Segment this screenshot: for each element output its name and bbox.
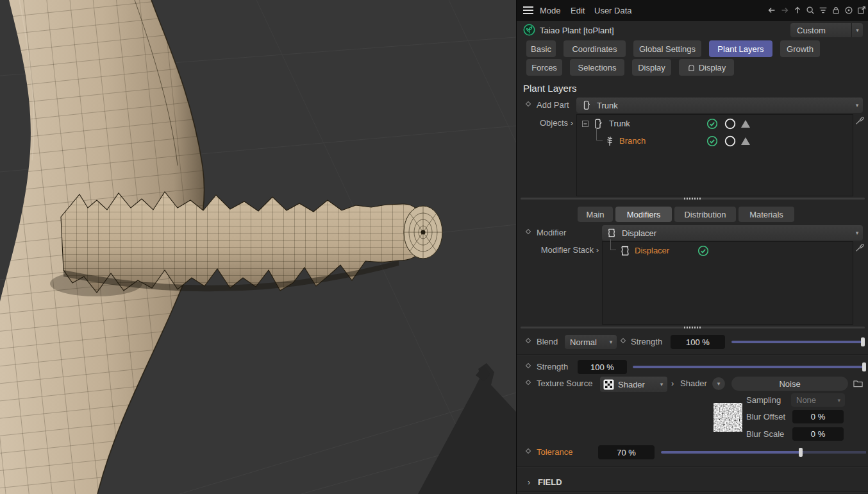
- branch-icon: [604, 135, 615, 147]
- tolerance-input[interactable]: 70 %: [598, 445, 655, 459]
- folder-icon[interactable]: [853, 379, 864, 389]
- keyframe-diamond-icon[interactable]: [526, 338, 531, 343]
- tab-global-settings[interactable]: Global Settings: [633, 40, 701, 57]
- modifier-dropdown[interactable]: Displacer ▾: [602, 225, 863, 241]
- trunk-icon: [581, 100, 592, 110]
- preset-dropdown[interactable]: Custom ▾: [790, 23, 863, 37]
- texture-source-label: Texture Source: [537, 379, 592, 388]
- viewport-scene: [0, 0, 516, 494]
- blur-scale-input[interactable]: 0 %: [792, 427, 844, 441]
- filter-icon[interactable]: [818, 5, 828, 15]
- subtab-main[interactable]: Main: [578, 207, 613, 222]
- external-link-icon[interactable]: [856, 5, 867, 15]
- tab-coordinates[interactable]: Coordinates: [563, 40, 626, 57]
- tab-plant-layers[interactable]: Plant Layers: [709, 40, 772, 57]
- taiao-plant-icon: [523, 24, 535, 36]
- modifier-stack-list[interactable]: Displacer: [602, 241, 853, 325]
- modifier-stack-label: Modifier Stack ›: [517, 245, 599, 255]
- hamburger-menu-icon[interactable]: [523, 6, 535, 15]
- texture-mode-value: Shader: [618, 380, 645, 389]
- eyedropper-icon[interactable]: [855, 243, 865, 253]
- keyframe-diamond-icon[interactable]: [526, 101, 531, 106]
- preset-value: Custom: [797, 26, 826, 35]
- slider-handle[interactable]: [861, 337, 865, 346]
- tab-selections[interactable]: Selections: [570, 59, 624, 76]
- chevron-down-icon: ▾: [660, 381, 664, 388]
- slider-handle[interactable]: [862, 362, 866, 371]
- keyframe-diamond-icon[interactable]: [526, 363, 531, 368]
- visibility-circle-icon[interactable]: [724, 118, 736, 130]
- up-arrow-icon[interactable]: [792, 5, 803, 15]
- strength-b-slider[interactable]: [633, 360, 866, 374]
- subtab-modifiers[interactable]: Modifiers: [615, 207, 672, 222]
- menu-edit[interactable]: Edit: [571, 6, 585, 15]
- render-triangle-icon[interactable]: [740, 118, 751, 130]
- resize-handle[interactable]: [517, 197, 868, 201]
- subtab-distribution[interactable]: Distribution: [674, 207, 736, 222]
- group-heading: Plant Layers: [523, 83, 576, 94]
- tolerance-slider[interactable]: [661, 445, 866, 459]
- strength-a-slider[interactable]: [731, 335, 865, 349]
- divider: [517, 466, 868, 468]
- blur-scale-label: Blur Scale: [746, 429, 784, 439]
- viewport-3d[interactable]: [0, 0, 516, 494]
- keyframe-diamond-icon[interactable]: [621, 338, 626, 343]
- tab-display[interactable]: Display: [632, 59, 671, 76]
- blend-dropdown[interactable]: Normal ▾: [565, 335, 617, 349]
- search-icon[interactable]: [805, 5, 815, 15]
- tree-connector: [610, 239, 616, 250]
- enabled-check-icon[interactable]: [706, 118, 718, 130]
- home-icon: [687, 64, 696, 72]
- collapse-icon[interactable]: [582, 121, 588, 127]
- objects-tree[interactable]: Trunk Branch: [576, 114, 853, 196]
- forward-icon[interactable]: [780, 5, 790, 15]
- strength-b-input[interactable]: 100 %: [578, 360, 627, 374]
- tree-row-branch[interactable]: Branch: [577, 132, 853, 149]
- keyframe-diamond-icon[interactable]: [526, 229, 531, 234]
- field-expand-chevron[interactable]: ›: [528, 477, 530, 487]
- noise-preview-thumbnail[interactable]: [714, 403, 742, 432]
- eyedropper-icon[interactable]: [855, 115, 865, 126]
- chevron-down-icon: ▾: [856, 230, 859, 236]
- add-part-dropdown[interactable]: Trunk ▾: [576, 98, 863, 113]
- blend-value: Normal: [570, 337, 597, 347]
- sampling-dropdown[interactable]: None ▾: [791, 393, 845, 407]
- chevron-down-icon: ▾: [610, 339, 613, 345]
- add-part-label: Add Part: [537, 100, 569, 110]
- tab-display-hud[interactable]: Display: [679, 59, 734, 76]
- chevron-down-icon: ▾: [856, 102, 859, 108]
- keyframe-diamond-icon[interactable]: [526, 448, 531, 454]
- shader-noise-button[interactable]: Noise: [731, 377, 848, 391]
- enabled-check-icon[interactable]: [697, 245, 709, 257]
- resize-handle[interactable]: [517, 326, 868, 330]
- strength-a-input[interactable]: 100 %: [671, 335, 725, 349]
- tree-item-name[interactable]: Trunk: [609, 119, 630, 128]
- subtab-materials[interactable]: Materials: [739, 207, 794, 222]
- target-icon[interactable]: [844, 5, 854, 15]
- blend-label: Blend: [537, 337, 558, 346]
- back-icon[interactable]: [767, 5, 777, 15]
- tab-forces[interactable]: Forces: [526, 59, 562, 76]
- stack-row-displacer[interactable]: Displacer: [603, 242, 853, 259]
- blur-offset-label: Blur Offset: [746, 412, 785, 422]
- add-part-value: Trunk: [597, 101, 618, 110]
- enabled-check-icon[interactable]: [706, 135, 718, 147]
- texture-mode-dropdown[interactable]: Shader ▾: [600, 377, 667, 392]
- shader-options-button[interactable]: ▾: [712, 377, 725, 390]
- field-section-header[interactable]: FIELD: [538, 477, 562, 487]
- tree-row-trunk[interactable]: Trunk: [577, 115, 853, 132]
- panel-menubar: Mode Edit User Data: [517, 0, 868, 21]
- render-triangle-icon[interactable]: [740, 135, 751, 147]
- menu-user-data[interactable]: User Data: [594, 6, 632, 15]
- blur-offset-input[interactable]: 0 %: [792, 410, 844, 423]
- stack-item-name[interactable]: Displacer: [635, 246, 669, 255]
- slider-handle[interactable]: [799, 448, 803, 457]
- tab-basic[interactable]: Basic: [526, 40, 556, 57]
- lock-icon[interactable]: [831, 5, 841, 15]
- app-window: Mode Edit User Data Taiao Plant [toPlant…: [0, 0, 868, 494]
- keyframe-diamond-icon[interactable]: [526, 380, 531, 385]
- visibility-circle-icon[interactable]: [724, 135, 736, 147]
- tree-item-name[interactable]: Branch: [619, 136, 646, 146]
- tab-growth[interactable]: Growth: [780, 40, 820, 57]
- menu-mode[interactable]: Mode: [540, 6, 561, 15]
